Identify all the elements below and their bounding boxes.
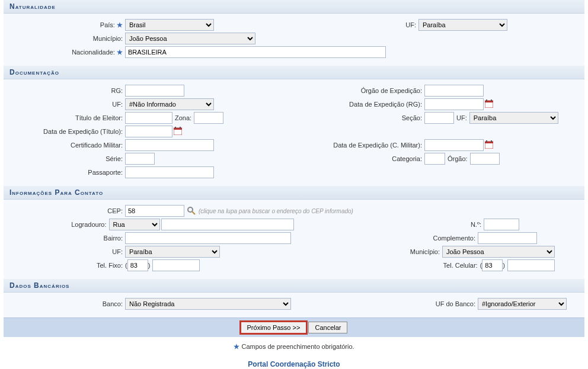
uf-contato-select[interactable]: Paraíba (125, 246, 220, 258)
bairro-label: Bairro: (9, 235, 125, 242)
svg-rect-2 (486, 100, 487, 101)
data-exp-rg-input[interactable] (424, 98, 484, 110)
cep-input[interactable] (125, 205, 184, 217)
cancelar-button[interactable]: Cancelar (308, 322, 347, 333)
button-bar: Próximo Passo >> Cancelar (4, 317, 584, 337)
numero-input[interactable] (484, 219, 519, 230)
cep-label: CEP: (9, 207, 125, 214)
zona-input[interactable] (194, 112, 223, 124)
section-header-contato: Informações Para Contato (4, 186, 584, 200)
titulo-input[interactable] (125, 112, 172, 124)
cert-militar-label: Certificado Militar: (9, 142, 125, 149)
serie-label: Série: (9, 155, 125, 162)
orgao-input[interactable] (470, 153, 500, 165)
passaporte-input[interactable] (125, 166, 214, 178)
svg-rect-7 (180, 127, 181, 129)
calendar-icon[interactable] (485, 100, 494, 109)
logradouro-input[interactable] (161, 219, 294, 230)
uf-doc-select[interactable]: #Não Informado (125, 98, 214, 110)
calendar-icon[interactable] (485, 140, 494, 150)
svg-point-12 (188, 207, 193, 212)
tel-fixo-label: Tel. Fixo: (9, 262, 125, 269)
calendar-icon[interactable] (174, 127, 183, 136)
logradouro-tipo-select[interactable]: Rua (109, 219, 160, 230)
uf-banco-label: UF do Banco: (436, 300, 478, 307)
required-note: ★ Campos de preenchimento obrigatório. (4, 337, 584, 357)
uf-banco-select[interactable]: #Ignorado/Exterior (478, 298, 567, 310)
portal-link[interactable]: Portal Coordenação Stricto (4, 357, 584, 369)
zona-label: Zona: (172, 114, 194, 121)
orgao-label: Órgão: (445, 155, 470, 162)
rg-input[interactable] (125, 85, 184, 97)
titulo-label: Título de Eleitor: (9, 114, 125, 121)
complemento-label: Complemento: (433, 235, 478, 242)
tel-cel-num-input[interactable] (507, 259, 555, 271)
tel-fixo-ddd-input[interactable] (127, 259, 148, 271)
uf-doc-label: UF: (9, 101, 125, 108)
pais-select[interactable]: Brasil (125, 19, 214, 31)
data-exp-titulo-input[interactable] (125, 126, 172, 137)
complemento-input[interactable] (478, 232, 537, 244)
categoria-label: Categoria: (294, 155, 424, 162)
municipio-contato-label: Município: (410, 248, 442, 255)
svg-rect-3 (491, 100, 492, 101)
svg-line-13 (192, 211, 195, 214)
municipio-contato-select[interactable]: João Pessoa (442, 246, 555, 258)
logradouro-label: Logradouro: (9, 221, 109, 228)
uf-nat-label: UF: (405, 21, 418, 28)
tel-cel-label: Tel. Celular: (443, 262, 480, 269)
secao-label: Seção: (294, 114, 424, 121)
cep-hint: (clique na lupa para buscar o endereço d… (199, 208, 353, 214)
banco-label: Banco: (9, 300, 125, 307)
tel-fixo-num-input[interactable] (152, 259, 200, 271)
search-icon[interactable] (187, 206, 196, 216)
section-header-naturalidade: Naturalidade (4, 0, 584, 14)
tel-cel-ddd-input[interactable] (482, 259, 503, 271)
data-exp-rg-label: Data de Expedição (RG): (294, 101, 424, 108)
section-header-bancarios: Dados Bancários (4, 279, 584, 293)
data-exp-militar-input[interactable] (424, 139, 484, 151)
pais-label: País: ★ (9, 21, 125, 29)
orgao-exp-label: Órgão de Expedição: (294, 87, 424, 94)
proximo-passo-button[interactable]: Próximo Passo >> (241, 322, 307, 333)
uf-nat-select[interactable]: Paraíba (418, 19, 507, 31)
data-exp-titulo-label: Data de Expedição (Título): (9, 128, 125, 135)
municipio-nat-label: Município: (9, 35, 125, 42)
passaporte-label: Passaporte: (9, 169, 125, 176)
numero-label: N.º: (471, 221, 484, 228)
svg-rect-11 (491, 140, 492, 142)
section-header-documentacao: Documentação (4, 66, 584, 79)
data-exp-militar-label: Data de Expedição (C. Militar): (294, 142, 424, 149)
svg-rect-10 (486, 140, 487, 142)
svg-rect-6 (175, 127, 176, 129)
cert-militar-input[interactable] (125, 139, 214, 151)
secao-input[interactable] (424, 112, 454, 124)
nacionalidade-label: Nacionalidade: ★ (9, 49, 125, 56)
serie-input[interactable] (125, 153, 155, 165)
categoria-input[interactable] (424, 153, 445, 165)
banco-select[interactable]: Não Registrada (125, 298, 291, 310)
uf-contato-label: UF: (9, 248, 125, 255)
bairro-input[interactable] (125, 232, 291, 244)
uf-titulo-select[interactable]: Paraíba (469, 112, 558, 124)
municipio-nat-select[interactable]: João Pessoa (125, 33, 255, 44)
uf-titulo-label: UF: (454, 114, 469, 121)
orgao-exp-input[interactable] (424, 85, 484, 97)
nacionalidade-input[interactable] (125, 46, 386, 58)
rg-label: RG: (9, 87, 125, 94)
